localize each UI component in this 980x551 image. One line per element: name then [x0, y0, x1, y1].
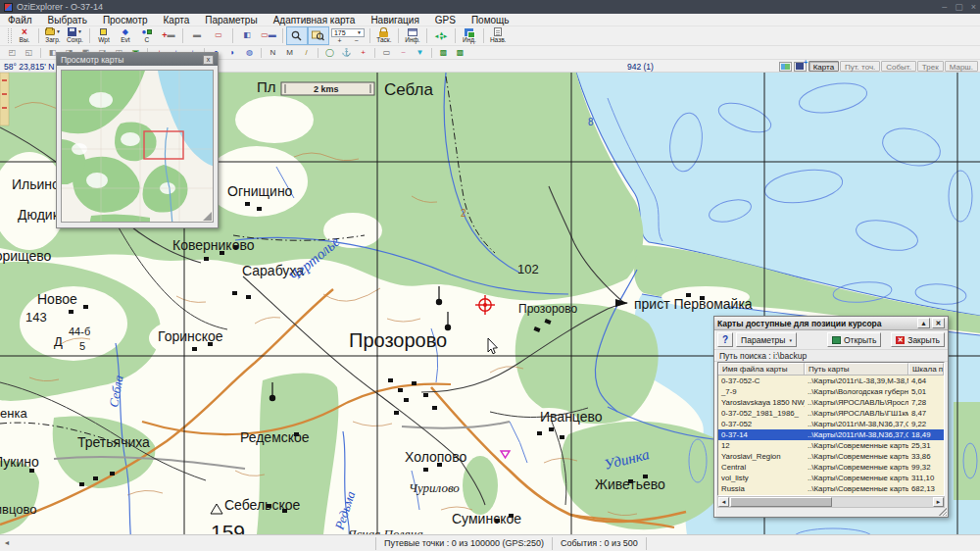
cell-name: 12 [718, 440, 805, 451]
zoom-in-button[interactable]: + [337, 37, 341, 44]
table-row[interactable]: 12..\Карты\Современные карты с при..25,3… [718, 440, 944, 451]
map-import-button[interactable]: ▩ [435, 47, 452, 59]
names-button[interactable]: Назв. [487, 26, 509, 45]
exit-button[interactable]: × Вы. [14, 26, 35, 45]
table-row[interactable]: 0-37-052..\Карты\2011г\M-38,N36,37,O-36-… [718, 419, 944, 429]
preview-window: Просмотр карты x [56, 52, 219, 228]
preview-close-icon[interactable]: x [203, 55, 214, 65]
dialog-resize-grip[interactable] [939, 508, 947, 516]
menu-item-2[interactable]: Просмотр [95, 15, 156, 25]
load-button[interactable]: ▼ Загр. [42, 26, 64, 45]
scroll-right-icon[interactable]: ► [933, 497, 944, 507]
map-list-header[interactable]: Имя файла карты Путь карты Шкала пи.. [718, 363, 944, 376]
tab-0[interactable]: Карта [808, 61, 839, 72]
tab-4[interactable]: Марш. [945, 61, 978, 72]
dialog-close-button[interactable]: ✕ Закрыть [891, 332, 945, 347]
maximize-icon[interactable]: ▢ [955, 2, 963, 12]
tab-3[interactable]: Трек [917, 61, 944, 72]
event-button[interactable]: ◆ Evt [115, 26, 136, 45]
status-spacer [13, 537, 375, 550]
gps-log-button[interactable]: ◍ [241, 47, 258, 59]
menu-item-0[interactable]: Файл [0, 15, 40, 25]
map-label: 159 [211, 521, 245, 534]
nmea-button[interactable]: N [265, 47, 281, 59]
lock-button[interactable]: Таск. [373, 26, 395, 45]
profile-button[interactable]: ◧ [236, 26, 258, 45]
table-row[interactable]: _7-9..\Карты\Вологодская губерния\Вол..5… [718, 386, 944, 397]
dialog-open-button[interactable]: Открыть [827, 332, 881, 347]
profile-button[interactable]: ~ [395, 47, 412, 59]
menu-item-7[interactable]: GPS [427, 15, 464, 25]
dialog-params-button[interactable]: Параметры▾ [736, 332, 797, 347]
menu-item-4[interactable]: Параметры [197, 15, 265, 25]
menu-item-1[interactable]: Выбрать [40, 15, 95, 25]
table-row[interactable]: Central..\Карты\Современные карты с при.… [718, 462, 944, 473]
index-map-icon [465, 28, 473, 36]
preview-resize-grip[interactable] [203, 212, 212, 221]
zoom-level-select[interactable]: 175▼ [331, 28, 365, 37]
frame-button[interactable]: ▭ [378, 47, 395, 59]
cell-path: ..\Карты\ЯРОСЛАВЛЬ\ГШ1км-Ярос.. [805, 408, 908, 419]
pencil-button[interactable]: / [298, 47, 315, 59]
anchor-button[interactable]: ⚓ [338, 47, 355, 59]
menu-item-5[interactable]: Адаптивная карта [266, 15, 364, 25]
column-scale[interactable]: Шкала пи.. [908, 363, 944, 375]
preview-title-bar[interactable]: Просмотр карты x [57, 53, 218, 66]
minimize-icon[interactable]: – [942, 2, 947, 12]
route-edit-button[interactable]: ◱ [21, 47, 37, 59]
close-icon[interactable]: × [971, 2, 976, 12]
map-label: Иванцево [540, 409, 603, 425]
moving-map-button[interactable]: M [281, 47, 298, 59]
table-row[interactable]: 0-37-14..\Карты\2011г\M-38,N36,37,O-36-3… [718, 429, 944, 440]
map-export-button[interactable]: ▩ [452, 47, 468, 59]
preview-map[interactable] [61, 70, 214, 223]
table-row[interactable]: 0-37-052_1981_1986_..\Карты\ЯРОСЛАВЛЬ\ГШ… [718, 408, 944, 419]
menu-item-8[interactable]: Помощь [464, 15, 517, 25]
gps-pos-button[interactable]: ◗ [224, 47, 241, 59]
dialog-close-icon[interactable]: ✕ [932, 318, 945, 328]
track-show-button[interactable]: ▬ [186, 26, 208, 45]
status-bar: ◄ Путевые точки : 0 из 100000 (GPS:250) … [0, 534, 980, 551]
column-name[interactable]: Имя файла карты [718, 363, 805, 375]
globe-button[interactable]: ◯ [321, 47, 338, 59]
table-row[interactable]: 0-37-052-C..\Карты\2011г\L-38,39,M-38,N-… [718, 376, 944, 386]
info-button[interactable]: Инф. [402, 26, 423, 45]
table-row[interactable]: Yaroslavl_Region..\Карты\Современные кар… [718, 451, 944, 462]
save-button[interactable]: ▼ Сохр. [64, 26, 86, 45]
tab-1[interactable]: Пут. точ. [840, 61, 880, 72]
track-points-button[interactable]: ▭ [208, 26, 229, 45]
scroll-left-icon[interactable]: ◄ [718, 497, 729, 507]
dialog-rollup-icon[interactable]: ▴ [917, 318, 930, 328]
track-add-button[interactable]: +▬ [158, 26, 179, 45]
filter-button[interactable]: ▼ [412, 47, 428, 59]
route-button[interactable]: ◰ [4, 47, 21, 59]
menu-item-6[interactable]: Навигация [363, 15, 426, 25]
dialog-title-bar[interactable]: Карты доступные для позиции курсора ▴ ✕ [714, 317, 948, 330]
save-position-button[interactable] [794, 62, 807, 72]
waypoint-button[interactable]: Wpt [93, 26, 115, 45]
map-magnifier-button[interactable] [308, 26, 329, 45]
map-hscroll-left[interactable]: ◄ [1, 538, 13, 548]
tab-2[interactable]: Событ. [881, 61, 916, 72]
index-button[interactable]: Инд. [459, 26, 480, 45]
menu-item-3[interactable]: Карта [156, 15, 198, 25]
lifering-button[interactable]: + [355, 47, 371, 59]
table-row[interactable]: Russia..\Карты\Современные карты с при..… [718, 483, 944, 494]
dialog-help-button[interactable]: ? [717, 332, 733, 347]
cell-path: ..\Карты\Современные карты с при.. [805, 483, 908, 494]
ruler-button[interactable]: ▭▬ [258, 26, 279, 45]
toolbar-grip[interactable] [8, 28, 12, 43]
map-list[interactable]: Имя файла карты Путь карты Шкала пи.. 0-… [717, 362, 945, 496]
comment-button[interactable]: ● C [136, 26, 158, 45]
zoom-out-button[interactable]: − [354, 37, 358, 44]
pan-control[interactable]: ▲ ▼ ◄ ► [430, 26, 452, 45]
map-thumbnail-button[interactable] [779, 62, 792, 72]
table-row[interactable]: vol_listy..\Карты\Современные карты с пр… [718, 473, 944, 483]
magnifier-button[interactable] [286, 26, 308, 45]
column-path[interactable]: Путь карты [805, 363, 908, 375]
table-row[interactable]: Yaroslavskaya 1850 NW_D-5..\Карты\ЯРОСЛА… [718, 397, 944, 408]
scroll-thumb[interactable] [730, 497, 832, 507]
cell-scale: 8,47 [908, 408, 944, 419]
title-bar[interactable]: OziExplorer - O-37-14 – ▢ × [0, 0, 980, 14]
dialog-hscrollbar[interactable]: ◄ ► [717, 496, 945, 508]
